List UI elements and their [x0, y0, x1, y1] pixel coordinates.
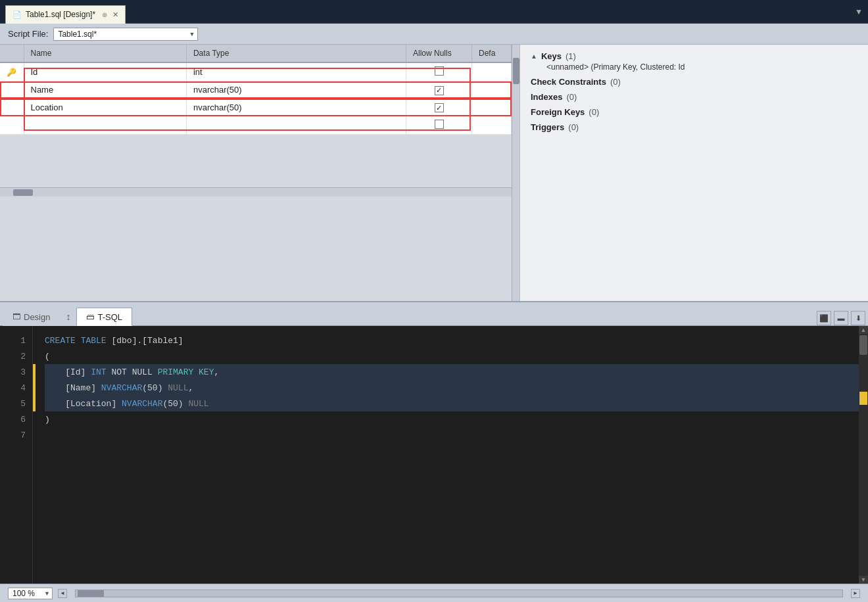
- pin-icon[interactable]: ⊕: [102, 11, 107, 18]
- v-scroll-thumb[interactable]: [513, 58, 519, 84]
- document-tab[interactable]: 📄 Table1.sql [Design]* ⊕ ✕: [5, 5, 126, 24]
- sql-scroll-yellow-marker: [859, 392, 867, 405]
- close-icon[interactable]: ✕: [112, 11, 118, 19]
- table-row: [0, 116, 512, 135]
- check-constraints-label: Check Constraints: [531, 77, 606, 87]
- cell-default: [472, 81, 512, 99]
- indexes-count: (0): [566, 92, 577, 102]
- v-scrollbar-design[interactable]: [512, 45, 519, 301]
- kw-int: INT: [91, 367, 106, 377]
- kw-name-field: [Name]: [45, 383, 101, 393]
- keys-header[interactable]: ▲ Keys (1): [531, 51, 857, 61]
- view-btn-1[interactable]: ⬛: [817, 311, 831, 325]
- top-section: Name Data Type Allow Nulls Defa: [0, 45, 868, 301]
- design-tab-icon: 🗖: [12, 312, 20, 321]
- triggers-header[interactable]: Triggers (0): [531, 122, 857, 132]
- tab-bar-right: ⬛ ▬ ⬇: [817, 311, 868, 325]
- sql-editor[interactable]: 1 2 3 4 5 6 7: [0, 326, 868, 584]
- indexes-header[interactable]: Indexes (0): [531, 92, 857, 102]
- keys-section: ▲ Keys (1) <unnamed> (Primary Key, Clust…: [531, 51, 857, 72]
- line-num-4: 4: [20, 380, 26, 396]
- checkbox-name-nulls[interactable]: [435, 86, 444, 95]
- line-num-7: 7: [20, 427, 26, 443]
- tab-tsql[interactable]: 🗃 T-SQL: [76, 308, 132, 326]
- triggers-label: Triggers: [531, 122, 564, 132]
- zoom-select-wrapper: 100 % 75 % 50 % 125 % 150 %: [8, 588, 53, 599]
- cell-datatype[interactable]: int: [186, 62, 406, 81]
- line-num-5: 5: [20, 396, 26, 411]
- view-btn-2[interactable]: ▬: [834, 311, 848, 325]
- tab-dropdown-arrow[interactable]: ▼: [855, 7, 863, 16]
- scroll-up-arrow[interactable]: ▲: [859, 326, 868, 334]
- h-scroll-thumb[interactable]: [13, 189, 33, 196]
- view-icon-2: ▬: [838, 314, 845, 322]
- h-scroll-track: [75, 590, 843, 597]
- bottom-tab-bar: 🗖 Design ↕ 🗃 T-SQL ⬛ ▬: [0, 302, 868, 326]
- code-line-7: [45, 427, 859, 443]
- checkbox-id-nulls[interactable]: [435, 66, 444, 76]
- cell-name[interactable]: Id: [24, 62, 186, 81]
- tab-design[interactable]: 🗖 Design: [3, 308, 60, 326]
- scroll-down-arrow[interactable]: ▼: [859, 576, 868, 584]
- check-constraints-section: Check Constraints (0): [531, 77, 857, 87]
- col-header-default: Defa: [472, 45, 512, 62]
- kw-null1: NULL: [168, 383, 188, 393]
- code-line-5: [Location] NVARCHAR (50) NULL: [45, 396, 859, 411]
- tsql-tab-label: T-SQL: [97, 312, 122, 322]
- status-bar: 100 % 75 % 50 % 125 % 150 % ◄ ►: [0, 584, 868, 602]
- h-scroll-left-arrow[interactable]: ◄: [58, 589, 67, 598]
- cell-allownulls[interactable]: [406, 81, 472, 99]
- arrows-icon: ↕: [66, 312, 70, 322]
- code-line-1: CREATE TABLE [dbo].[Table1]: [45, 333, 859, 348]
- cell-datatype[interactable]: [186, 116, 406, 135]
- key-icon: 🔑: [7, 68, 16, 77]
- script-select-wrapper: Table1.sql*: [53, 28, 198, 41]
- row-marker-empty: [0, 116, 24, 135]
- kw-location-field: [Location]: [45, 399, 122, 409]
- tab-arrows[interactable]: ↕: [60, 308, 76, 326]
- title-bar: 📄 Table1.sql [Design]* ⊕ ✕ ▼: [0, 0, 868, 24]
- row-marker-empty: [0, 81, 24, 99]
- collapse-triangle-keys[interactable]: ▲: [531, 53, 537, 60]
- kw-paren-close: ): [45, 415, 50, 425]
- check-constraints-header[interactable]: Check Constraints (0): [531, 77, 857, 87]
- cell-name[interactable]: Name: [24, 81, 186, 99]
- foreign-keys-header[interactable]: Foreign Keys (0): [531, 107, 857, 117]
- design-table: Name Data Type Allow Nulls Defa: [0, 45, 512, 135]
- col-header-name: Name: [24, 45, 186, 62]
- cell-datatype[interactable]: nvarchar(50): [186, 81, 406, 99]
- indexes-section: Indexes (0): [531, 92, 857, 102]
- triggers-count: (0): [568, 122, 579, 132]
- cell-default: [472, 116, 512, 135]
- h-scrollbar-design[interactable]: [0, 187, 512, 197]
- cell-datatype[interactable]: nvarchar(50): [186, 99, 406, 116]
- cell-default: [472, 99, 512, 116]
- cell-name[interactable]: [24, 116, 186, 135]
- checkbox-empty-nulls[interactable]: [435, 120, 444, 129]
- code-line-2: (: [45, 348, 859, 364]
- sql-scroll-thumb[interactable]: [859, 335, 867, 355]
- h-scrollbar-status[interactable]: [75, 590, 843, 597]
- kw-size1: (50): [142, 383, 168, 393]
- table-row: 🔑 Id int: [0, 62, 512, 81]
- view-icon-3: ⬇: [856, 314, 861, 323]
- cell-name[interactable]: Location: [24, 99, 186, 116]
- row-marker-empty: [0, 99, 24, 116]
- keys-label: Keys: [541, 51, 562, 61]
- h-scroll-thumb-status[interactable]: [78, 590, 104, 597]
- h-scroll-right-arrow[interactable]: ►: [851, 589, 860, 598]
- zoom-select[interactable]: 100 % 75 % 50 % 125 % 150 %: [8, 588, 53, 599]
- sql-v-scrollbar[interactable]: ▲ ▼: [859, 326, 868, 584]
- code-line-3: [Id] INT NOT NULL PRIMARY KEY ,: [45, 364, 859, 380]
- cell-allownulls[interactable]: [406, 99, 472, 116]
- cell-allownulls[interactable]: [406, 116, 472, 135]
- kw-primarykey: PRIMARY KEY: [158, 367, 214, 377]
- kw-empty: [45, 430, 50, 440]
- cell-allownulls[interactable]: [406, 62, 472, 81]
- script-file-select[interactable]: Table1.sql*: [53, 28, 198, 41]
- design-area-inner: Name Data Type Allow Nulls Defa: [0, 45, 519, 301]
- checkbox-location-nulls[interactable]: [435, 103, 444, 112]
- view-btn-3[interactable]: ⬇: [851, 311, 865, 325]
- code-content[interactable]: CREATE TABLE [dbo].[Table1] ( [Id] INT N…: [36, 326, 859, 584]
- col-header-marker: [0, 45, 24, 62]
